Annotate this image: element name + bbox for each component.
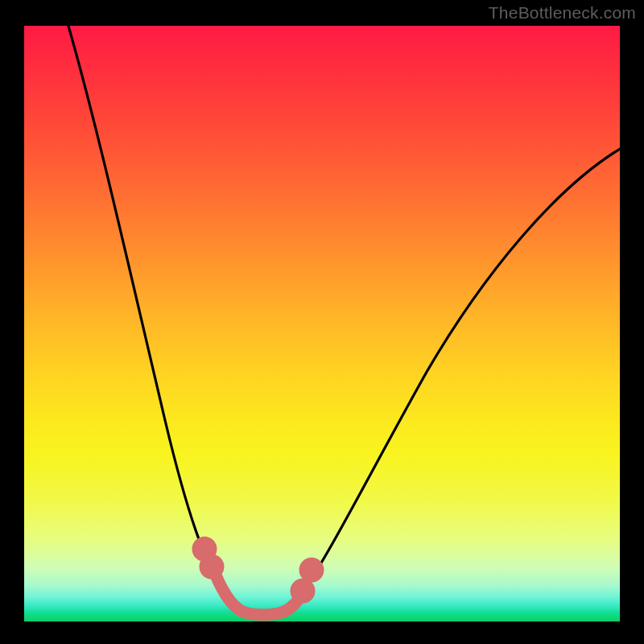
svg-point-1 xyxy=(205,560,218,573)
plot-area xyxy=(24,26,620,621)
svg-point-2 xyxy=(296,584,309,597)
optimal-range-marker xyxy=(198,543,318,615)
bottleneck-curve xyxy=(24,26,620,621)
svg-point-3 xyxy=(305,564,318,576)
svg-point-0 xyxy=(198,543,211,555)
chart-frame: TheBottleneck.com xyxy=(0,0,644,644)
curve-path xyxy=(66,26,620,614)
watermark-text: TheBottleneck.com xyxy=(489,3,636,23)
